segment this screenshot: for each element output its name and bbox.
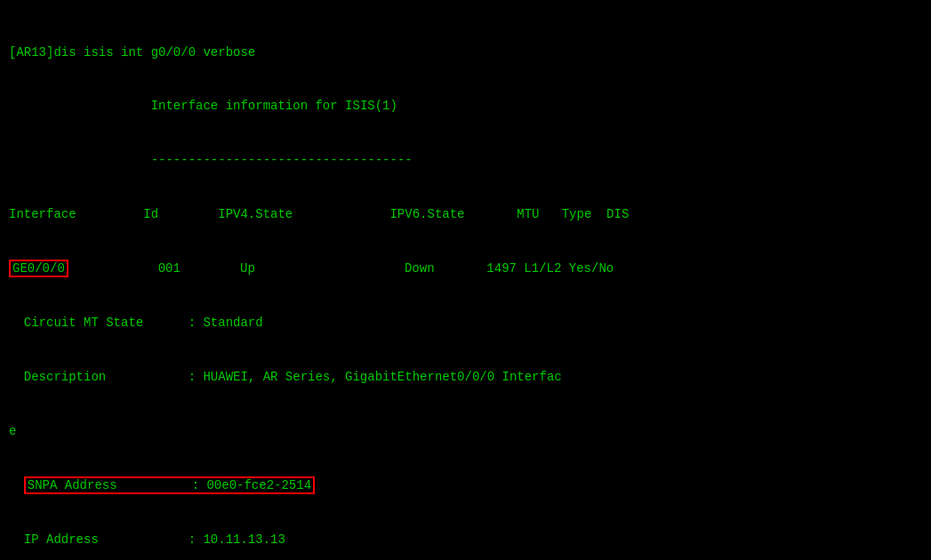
header-title: Interface information for ISIS(1): [9, 97, 922, 115]
circuit-mt-state: Circuit MT State : Standard: [9, 314, 922, 332]
separator: -----------------------------------: [9, 151, 922, 169]
interface-row: GE0/0/0 001 Up Down 1497 L1/L2 Yes/No: [9, 260, 922, 277]
command-prompt: [AR13]dis isis int g0/0/0 verbose: [9, 44, 922, 61]
description-cont: e: [9, 422, 922, 440]
ip-address: IP Address : 10.11.13.13: [9, 531, 922, 548]
interface-name-highlight: GE0/0/0: [9, 260, 68, 277]
snpa-address-row: SNPA Address : 00e0-fce2-2514: [9, 476, 922, 494]
column-headers: Interface Id IPV4.State IPV6.State MTU T…: [9, 205, 922, 223]
description: Description : HUAWEI, AR Series, Gigabit…: [9, 368, 922, 386]
snpa-value: 00e0-fce2-2514: [206, 478, 311, 492]
terminal-window: [AR13]dis isis int g0/0/0 verbose Interf…: [9, 7, 922, 560]
snpa-address-highlight: SNPA Address : 00e0-fce2-2514: [24, 476, 315, 494]
